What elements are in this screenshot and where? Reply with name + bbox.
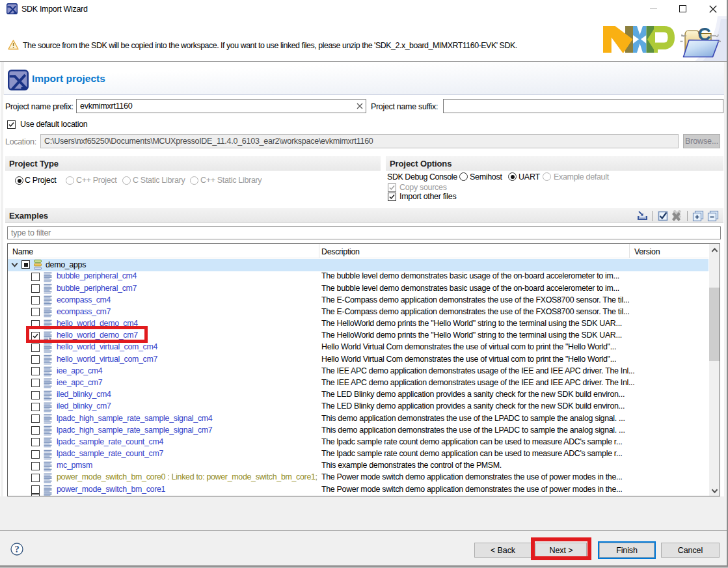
svg-text:?: ? bbox=[14, 544, 19, 554]
